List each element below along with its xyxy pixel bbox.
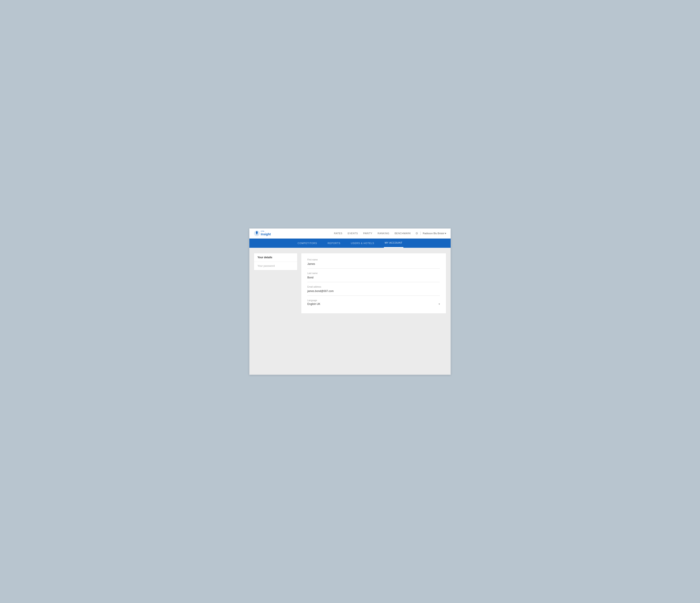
nav-rates[interactable]: RATES [334,232,342,235]
left-panel: Your details Your password [254,253,298,270]
gear-icon[interactable]: ⚙ [416,232,418,235]
last-name-label: Last name [307,272,440,274]
email-value: james.bond@007.com [307,290,333,293]
logo-icon [254,230,260,236]
first-name-label: First name [307,259,440,261]
nav-events[interactable]: EVENTS [348,232,358,235]
sub-nav-my-account[interactable]: MY ACCOUNT [384,239,403,248]
right-panel: First name James Last name Bond Email ad… [301,253,446,314]
svg-point-1 [256,231,258,234]
divider [420,232,421,235]
left-panel-your-password[interactable]: Your password [254,262,297,270]
last-name-field: Last name Bond [307,272,440,282]
nav-ranking[interactable]: RANKING [378,232,390,235]
first-name-field: First name James [307,259,440,269]
logo-text: OTA Insight [261,231,271,236]
details-card: First name James Last name Bond Email ad… [301,253,446,314]
nav-benchmark[interactable]: BENCHMARK [395,232,411,235]
language-value: English UK [307,303,320,306]
nav-parity[interactable]: PARITY [363,232,372,235]
logo-area: OTA Insight [254,230,271,236]
left-panel-card: Your details Your password [254,253,298,270]
sub-nav: COMPETITORS REPORTS USERS & HOTELS MY AC… [249,239,451,248]
sub-nav-reports[interactable]: REPORTS [327,239,342,248]
first-name-value: James [307,262,315,265]
last-name-value: Bond [307,276,314,279]
email-field: Email address james.bond@007.com [307,286,440,296]
app-window: OTA Insight RATES EVENTS PARITY RANKING … [249,228,451,375]
language-select-row[interactable]: English UK ▾ [307,303,440,306]
sub-nav-competitors[interactable]: COMPETITORS [297,239,318,248]
language-label: Language [307,299,440,302]
email-label: Email address [307,286,440,288]
left-panel-your-details[interactable]: Your details [254,253,297,262]
top-nav-right: ⚙ Radisson Blu Bristol ▾ [416,232,447,235]
language-field[interactable]: Language English UK ▾ [307,299,440,308]
top-nav-links: RATES EVENTS PARITY RANKING BENCHMARK [334,232,411,235]
chevron-down-icon: ▾ [439,303,440,306]
sub-nav-users-hotels[interactable]: USERS & HOTELS [350,239,375,248]
top-nav: OTA Insight RATES EVENTS PARITY RANKING … [249,228,451,239]
content-area: Your details Your password First name Ja… [249,248,451,375]
hotel-name[interactable]: Radisson Blu Bristol ▾ [423,232,447,235]
